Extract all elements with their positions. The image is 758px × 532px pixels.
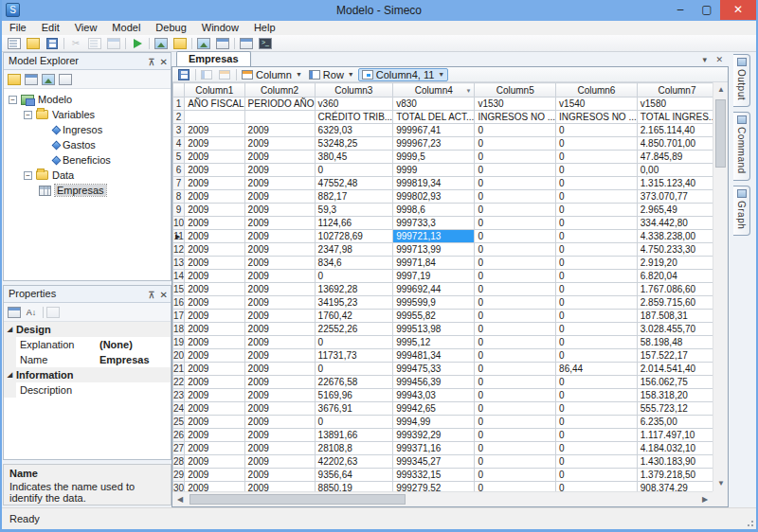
grid-cell[interactable]: 999456,39 <box>393 376 475 389</box>
grid-cell[interactable]: 0 <box>556 336 638 349</box>
grid-cell[interactable]: 0 <box>475 363 556 376</box>
grid-cell[interactable]: 59,3 <box>315 204 393 217</box>
grid-cell[interactable]: 2009 <box>244 416 315 429</box>
model-explorer-header[interactable]: Model Explorer ⊼✕ <box>4 53 171 70</box>
refresh-button[interactable] <box>41 73 56 86</box>
grid-cell[interactable]: 2009 <box>185 151 244 164</box>
command-window-button[interactable] <box>213 36 232 51</box>
grid-cell[interactable]: 2009 <box>185 469 244 482</box>
grid-cell[interactable]: 99942,65 <box>393 402 475 416</box>
grid-cell[interactable]: 2009 <box>185 217 244 230</box>
grid-cell[interactable]: 0 <box>315 416 393 429</box>
grid-cell[interactable]: 22676,58 <box>315 376 393 389</box>
grid-cell[interactable]: 2009 <box>244 151 315 164</box>
grid-cell[interactable]: 0 <box>556 243 638 257</box>
category-design[interactable]: ◢ Design <box>4 322 171 337</box>
grid-cell[interactable]: 334.442,80 <box>637 217 713 230</box>
grid-cell[interactable]: 2.859.715,60 <box>637 296 713 310</box>
grid-cell[interactable]: 1760,42 <box>315 310 393 323</box>
grid-cell[interactable]: 2009 <box>185 283 244 296</box>
grid-cell[interactable]: 0 <box>556 455 638 469</box>
grid-cell[interactable]: 9998,6 <box>393 204 475 217</box>
grid-cell[interactable]: CRÉDITO TRIB... <box>315 111 393 124</box>
grid-cell[interactable]: 9999 <box>393 164 475 177</box>
grid-cell[interactable]: 2009 <box>244 124 315 137</box>
grid-cell[interactable]: 2009 <box>185 363 244 376</box>
grid-save-button[interactable] <box>175 68 192 81</box>
horizontal-scroll-thumb[interactable] <box>190 494 406 505</box>
grid-cell[interactable]: 2.165.114,40 <box>637 124 713 137</box>
grid-cell[interactable]: 0 <box>556 283 638 296</box>
grid-cell[interactable]: 156.062,75 <box>637 376 713 389</box>
grid-import-button[interactable] <box>198 68 215 81</box>
grid-row-header[interactable]: 17 <box>173 310 185 323</box>
grid-cell[interactable]: 2009 <box>244 217 315 230</box>
property-row-name[interactable]: Name Empresas <box>4 352 171 367</box>
tree-item-empresas[interactable]: Empresas <box>4 183 171 198</box>
grid-cell[interactable]: 2009 <box>244 164 315 177</box>
column-menu-button[interactable]: Column ▼ <box>239 68 305 81</box>
grid-cell[interactable]: 2009 <box>185 389 244 402</box>
grid-cell[interactable]: 0 <box>475 336 556 349</box>
grid-cell[interactable]: 1.430.183,90 <box>637 455 713 469</box>
grid-cell[interactable]: 34195,23 <box>315 296 393 310</box>
collapse-icon[interactable]: − <box>24 171 32 180</box>
grid-cell[interactable]: 0 <box>556 137 638 151</box>
grid-column-header[interactable]: Column2 <box>244 83 315 98</box>
grid-cell[interactable]: 2.014.541,40 <box>637 363 713 376</box>
grid-cell[interactable]: 0 <box>556 177 638 190</box>
pin-icon[interactable]: ⊼ <box>148 290 154 300</box>
alphabetical-button[interactable]: A↓ <box>24 306 39 319</box>
grid-row-header[interactable]: 13 <box>173 257 185 270</box>
grid-column-header[interactable]: Column5 <box>475 83 556 98</box>
menu-model[interactable]: Model <box>104 21 148 35</box>
grid-cell[interactable]: 2009 <box>185 323 244 336</box>
grid-row-header[interactable]: 4 <box>173 137 185 151</box>
grid-row-header[interactable]: 29 <box>173 469 185 482</box>
grid-cell[interactable]: 0 <box>475 310 556 323</box>
grid-row-header[interactable]: 25 <box>173 416 185 429</box>
grid-cell[interactable]: 2009 <box>185 270 244 283</box>
grid-cell[interactable]: 0 <box>475 217 556 230</box>
grid-cell[interactable]: 2.965,49 <box>637 204 713 217</box>
tab-list-dropdown-icon[interactable]: ▾ <box>702 55 707 64</box>
grid-select-all-button[interactable] <box>173 83 185 98</box>
grid-cell[interactable]: 0 <box>556 190 638 204</box>
grid-cell[interactable]: 6.820,04 <box>637 270 713 283</box>
grid-cell[interactable]: 0 <box>475 482 556 492</box>
grid-cell[interactable]: 0 <box>556 217 638 230</box>
grid-cell[interactable]: 158.318,20 <box>637 389 713 402</box>
menu-file[interactable]: File <box>2 21 34 35</box>
resize-grip[interactable] <box>745 518 754 527</box>
grid-cell[interactable]: 999721,13 <box>393 230 475 243</box>
grid-cell[interactable]: 2009 <box>244 243 315 257</box>
grid-cell[interactable]: 999371,16 <box>393 442 475 455</box>
grid-cell[interactable]: 0 <box>556 296 638 310</box>
grid-cell[interactable]: 86,44 <box>556 363 638 376</box>
grid-cell[interactable]: 0 <box>475 376 556 389</box>
grid-cell[interactable]: 908.374,29 <box>637 482 713 492</box>
grid-cell[interactable]: 0 <box>475 283 556 296</box>
menu-debug[interactable]: Debug <box>148 21 193 35</box>
grid-cell[interactable]: 2009 <box>185 336 244 349</box>
grid-cell[interactable]: 373.070,77 <box>637 190 713 204</box>
grid-cell[interactable]: 2347,98 <box>315 243 393 257</box>
grid-cell[interactable]: 999599,9 <box>393 296 475 310</box>
maximize-button[interactable]: ▢ <box>694 0 720 20</box>
tab-close-icon[interactable]: ✕ <box>715 55 723 64</box>
grid-cell[interactable]: 2009 <box>244 296 315 310</box>
grid-cell[interactable]: 0 <box>475 270 556 283</box>
scroll-left-icon[interactable]: ◀ <box>172 492 188 507</box>
grid-row-header[interactable]: 8 <box>173 190 185 204</box>
grid-cell[interactable]: 1124,66 <box>315 217 393 230</box>
row-menu-button[interactable]: Row ▼ <box>306 68 357 81</box>
grid-cell[interactable]: 99955,82 <box>393 310 475 323</box>
close-pane-icon[interactable]: ✕ <box>160 57 168 67</box>
grid-cell[interactable]: 2009 <box>244 310 315 323</box>
grid-cell[interactable]: 999345,27 <box>393 455 475 469</box>
grid-cell[interactable]: 0 <box>556 270 638 283</box>
properties-header[interactable]: Properties ⊼✕ <box>4 286 171 303</box>
grid-row-header[interactable]: 18 <box>173 323 185 336</box>
grid-cell[interactable]: 0 <box>475 402 556 416</box>
grid-cell[interactable]: 2009 <box>244 177 315 190</box>
